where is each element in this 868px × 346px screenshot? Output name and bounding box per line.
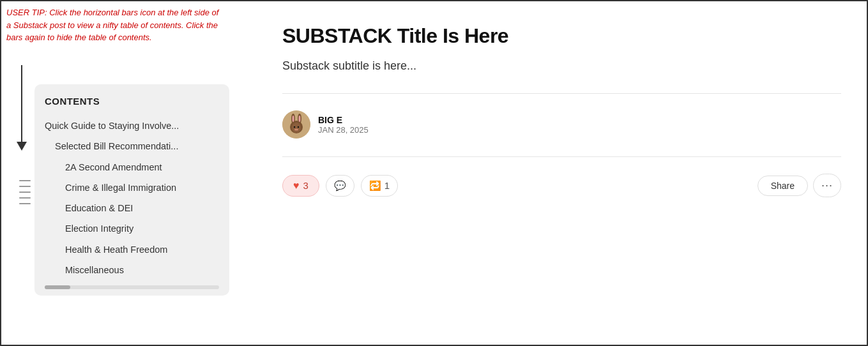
heart-icon: ♥ <box>293 180 300 192</box>
toc-item-7[interactable]: Miscellaneous <box>45 260 219 280</box>
divider-bottom <box>282 156 841 157</box>
toc-panel: CONTENTS Quick Guide to Staying Involve.… <box>34 84 229 296</box>
bar-1 <box>19 180 31 181</box>
divider-top <box>282 93 841 94</box>
bar-5 <box>19 203 31 204</box>
main-content: SUBSTACK Title Is Here Substack subtitle… <box>257 1 867 345</box>
toc-item-4[interactable]: Education & DEI <box>45 198 219 218</box>
avatar <box>282 110 310 139</box>
user-tip: USER TIP: Click the horizontal bars icon… <box>6 6 224 44</box>
restack-button[interactable]: 🔁 1 <box>361 175 398 197</box>
toc-item-1[interactable]: Selected Bill Recommendati... <box>45 136 219 156</box>
svg-point-9 <box>294 129 298 131</box>
author-date: JAN 28, 2025 <box>318 125 369 135</box>
like-count: 3 <box>303 180 308 191</box>
action-bar: ♥ 3 💬 🔁 1 Share ··· <box>282 174 841 197</box>
bar-4 <box>19 197 31 199</box>
author-name: BIG E <box>318 115 369 125</box>
arrow-indicator <box>17 65 27 151</box>
restack-count: 1 <box>385 180 390 191</box>
share-button[interactable]: Share <box>758 176 808 196</box>
restack-icon: 🔁 <box>369 180 381 192</box>
action-right: Share ··· <box>758 174 841 197</box>
toc-item-3[interactable]: Crime & Illegal Immigration <box>45 177 219 198</box>
like-button[interactable]: ♥ 3 <box>282 175 319 197</box>
toc-scrollbar[interactable] <box>45 285 219 289</box>
toc-header: CONTENTS <box>45 96 219 107</box>
svg-point-4 <box>293 116 294 122</box>
svg-point-8 <box>298 126 299 128</box>
more-button[interactable]: ··· <box>813 174 841 197</box>
author-info: BIG E JAN 28, 2025 <box>318 115 369 135</box>
toc-item-2[interactable]: 2A Second Amendment <box>45 157 219 177</box>
bar-3 <box>19 192 31 193</box>
author-row: BIG E JAN 28, 2025 <box>282 110 841 139</box>
post-subtitle: Substack subtitle is here... <box>282 59 841 73</box>
comment-icon: 💬 <box>334 180 346 192</box>
bar-2 <box>19 186 31 187</box>
toc-item-0[interactable]: Quick Guide to Staying Involve... <box>45 116 219 136</box>
toc-item-6[interactable]: Health & Heath Freedom <box>45 239 219 260</box>
svg-point-5 <box>299 116 301 122</box>
svg-point-7 <box>294 126 295 128</box>
svg-point-6 <box>292 123 301 133</box>
sidebar-bars-icon[interactable] <box>19 180 31 204</box>
toc-item-5[interactable]: Election Integrity <box>45 218 219 239</box>
post-title: SUBSTACK Title Is Here <box>282 24 841 48</box>
comment-button[interactable]: 💬 <box>326 175 354 197</box>
